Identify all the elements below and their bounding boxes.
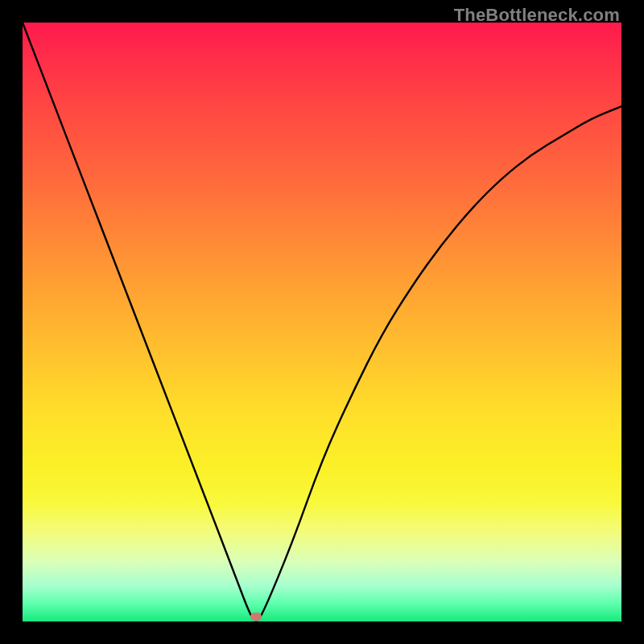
bottleneck-curve [23, 23, 621, 621]
optimal-point-marker [250, 613, 262, 621]
watermark-text: TheBottleneck.com [454, 5, 620, 26]
chart-plot-area [23, 23, 621, 621]
